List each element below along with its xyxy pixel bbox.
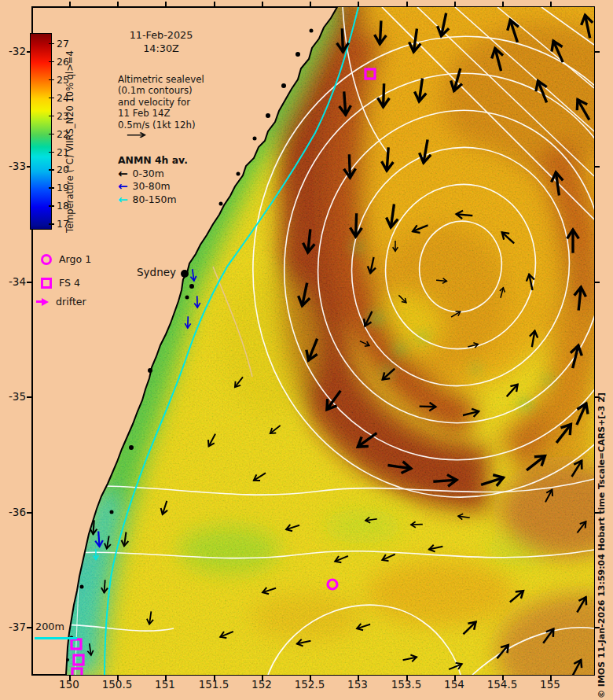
anmn-depth-label: 80-150m <box>133 193 177 207</box>
lon-tick-label: 152 <box>237 678 287 691</box>
sst-figure: 150 150.5 151 151.5 152 152.5 153 153.5 … <box>0 0 613 700</box>
anmn-legend-title: ANMN 4h av. <box>118 154 188 168</box>
lon-tick-label: 152.5 <box>284 678 335 691</box>
lat-tick-label: -37 <box>0 621 26 633</box>
left-arrow-icon: ← <box>118 194 128 205</box>
lat-tick-label: -33 <box>0 160 26 172</box>
lat-tick-label: -36 <box>0 506 26 518</box>
left-arrow-icon: ← <box>118 181 128 192</box>
isobath-label: 200m <box>35 621 64 632</box>
colorbar-title: Temperature (°C) VIIRS_N20 10% ql>=4 <box>64 28 75 233</box>
altimetry-line: 11 Feb 14Z <box>118 108 204 119</box>
credit-text: © IMOS 11-Jan-2026 13:59:04 Hobart time … <box>596 227 607 698</box>
anmn-legend-item: ← 0-30m <box>118 168 188 181</box>
lon-tick-label: 150 <box>44 678 94 691</box>
altimetry-line: Altimetric sealevel <box>118 74 204 85</box>
fs-square-icon <box>41 278 52 289</box>
city-label: Sydney <box>108 266 176 278</box>
anmn-legend: ANMN 4h av. ← 0-30m ← 30-80m ← 80-150m <box>118 154 188 206</box>
lon-tick-label: 154 <box>429 678 479 691</box>
velocity-scale-arrow-icon: → <box>126 127 147 142</box>
altimetry-line: (0.1m contours) <box>118 85 204 96</box>
lat-tick-label: -35 <box>0 390 26 403</box>
platform-legend-item: drifter <box>36 296 86 308</box>
lon-tick-label: 153 <box>332 678 383 691</box>
lon-tick-label: 155 <box>525 678 575 691</box>
lat-tick-label: -32 <box>0 45 26 57</box>
altimetry-line: and velocity for <box>118 97 204 108</box>
date-label: 11-Feb-2025 <box>112 28 210 42</box>
altimetry-note: Altimetric sealevel (0.1m contours) and … <box>118 74 204 131</box>
drifter-arrow-icon <box>36 298 49 306</box>
left-arrow-icon: ← <box>118 168 128 179</box>
anmn-depth-label: 0-30m <box>133 168 164 181</box>
fs-label: FS 4 <box>59 277 80 289</box>
argo-circle-icon <box>41 254 52 265</box>
anmn-depth-label: 30-80m <box>133 180 171 193</box>
lon-tick-label: 151.5 <box>189 678 239 691</box>
datetime-block: 11-Feb-2025 14:30Z <box>112 28 210 55</box>
isobath-legend-line <box>35 637 77 639</box>
lon-tick-label: 154.5 <box>477 678 527 691</box>
argo-label: Argo 1 <box>59 253 91 265</box>
time-label: 14:30Z <box>112 42 210 55</box>
drifter-label: drifter <box>56 296 86 308</box>
lon-tick-label: 150.5 <box>92 678 142 691</box>
platform-legend-item: FS 4 <box>41 277 80 289</box>
temperature-colorbar <box>30 33 52 230</box>
platform-legend-item: Argo 1 <box>41 253 91 265</box>
lat-tick-label: -34 <box>0 275 26 288</box>
lon-tick-label: 151 <box>140 678 190 691</box>
sst-map <box>31 6 595 676</box>
lon-tick-label: 153.5 <box>381 678 431 691</box>
anmn-legend-item: ← 80-150m <box>118 193 188 207</box>
anmn-legend-item: ← 30-80m <box>118 180 188 193</box>
